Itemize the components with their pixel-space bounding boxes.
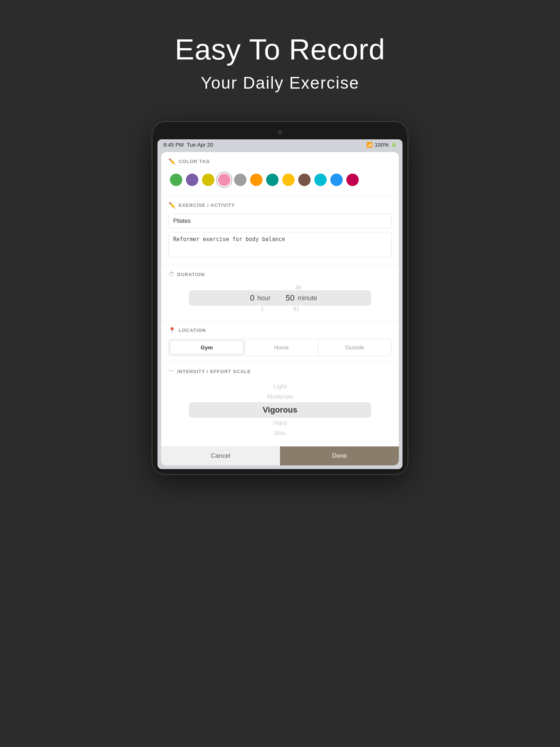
duration-below-minute: 51 [293,306,299,312]
hero-title: Easy To Record [175,33,385,66]
intensity-option-hard[interactable]: Hard [273,418,287,428]
location-btn-home[interactable]: Home [245,339,318,356]
duration-scroll[interactable]: 49 0 hour 50 minute 1 51 [168,283,392,315]
color-dot-green[interactable] [170,174,182,186]
duration-above-row: 49 [189,284,371,290]
intensity-option-vigorous[interactable]: Vigorous [189,402,371,418]
color-tag-label: COLOR TAG [179,159,210,164]
duration-section: ⏱ DURATION 49 0 hour 50 minute 1 [161,265,399,321]
intensity-picker[interactable]: LightModerateVigorousHardMax [168,380,392,440]
duration-minute-unit: minute [295,294,320,302]
color-dot-amber[interactable] [282,174,295,186]
activity-input[interactable] [168,214,392,228]
location-label: LOCATION [179,328,206,333]
location-section: 📍 LOCATION GymHomeOutside [161,321,399,362]
intensity-section: 〰 INTENSITY / EFFORT SCALE LightModerate… [161,362,399,446]
status-bar: 8:45 PM Tue Apr 20 📶 100% 🔋 [158,139,402,150]
duration-minute-value: 50 [280,293,295,303]
color-dot-pink[interactable] [218,174,230,186]
cancel-button[interactable]: Cancel [161,446,280,465]
color-dots-container [168,170,392,190]
tablet-camera [278,131,282,134]
duration-hour-value: 0 [240,293,254,303]
battery-percentage: 100% [375,142,389,148]
duration-selected-bar: 0 hour 50 minute [189,290,371,306]
tablet-screen: 8:45 PM Tue Apr 20 📶 100% 🔋 ✏️ COLOR TAG [158,139,402,469]
color-dot-orange[interactable] [250,174,262,186]
intensity-option-light[interactable]: Light [273,382,287,391]
location-icon: 📍 [168,327,176,334]
location-btn-outside[interactable]: Outside [318,339,391,356]
color-dot-crimson[interactable] [346,174,359,186]
color-dot-blue[interactable] [330,174,343,186]
exercise-icon: ✏️ [168,202,176,209]
color-tag-section: ✏️ COLOR TAG [161,152,399,196]
color-dot-teal[interactable] [266,174,279,186]
color-dot-purple[interactable] [186,174,198,186]
location-buttons: GymHomeOutside [168,339,392,356]
duration-icon: ⏱ [168,271,174,278]
form-card: ✏️ COLOR TAG ✏️ EXERCISE / ACTIVITY Refo… [161,152,399,465]
bottom-buttons: Cancel Done [161,446,399,465]
duration-label: DURATION [177,272,205,277]
duration-below-row: 1 51 [189,306,371,312]
duration-above-minutes: 49 [295,284,302,290]
duration-hour-unit: hour [254,294,280,302]
description-input[interactable]: Reformer exercise for body balance [168,232,392,258]
wifi-icon: 📶 [366,142,373,148]
hero-subtitle: Your Daily Exercise [201,73,359,93]
color-dot-cyan[interactable] [314,174,327,186]
color-dot-yellow[interactable] [202,174,214,186]
color-dot-gray[interactable] [234,174,246,186]
exercise-section: ✏️ EXERCISE / ACTIVITY Reformer exercise… [161,196,399,265]
intensity-icon: 〰 [168,368,174,375]
color-dot-brown[interactable] [298,174,311,186]
intensity-option-moderate[interactable]: Moderate [267,392,293,402]
tag-icon: ✏️ [168,158,176,165]
battery-icon: 🔋 [391,142,397,147]
location-btn-gym[interactable]: Gym [170,340,244,355]
intensity-label: INTENSITY / EFFORT SCALE [177,369,251,374]
exercise-label: EXERCISE / ACTIVITY [179,202,235,208]
duration-below-hour: 1 [261,306,264,312]
status-time: 8:45 PM Tue Apr 20 [163,142,213,148]
intensity-option-max[interactable]: Max [274,429,286,438]
done-button[interactable]: Done [280,446,399,465]
tablet-device: 8:45 PM Tue Apr 20 📶 100% 🔋 ✏️ COLOR TAG [152,122,408,474]
